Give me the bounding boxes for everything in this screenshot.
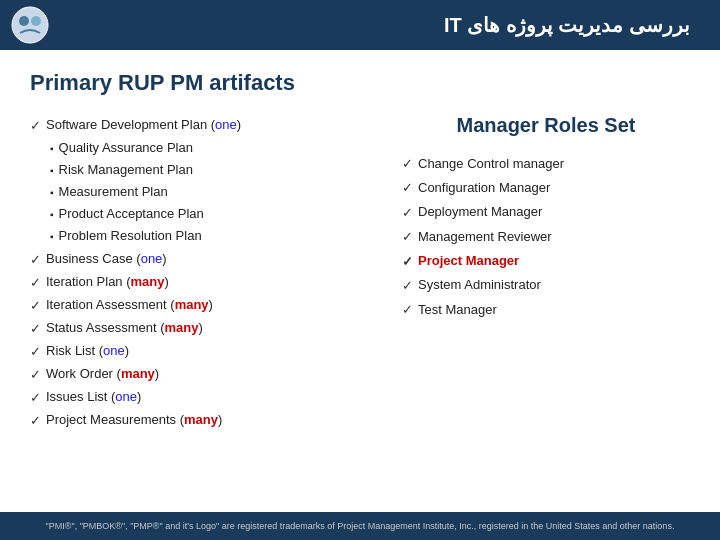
sub-item-text: Product Acceptance Plan: [59, 203, 204, 225]
logo: [10, 5, 50, 45]
check-icon: ✓: [402, 298, 413, 321]
main-content: Primary RUP PM artifacts ✓ Software Deve…: [0, 50, 720, 442]
roles-item: ✓ Management Reviewer: [402, 224, 690, 248]
highlight-many: many: [184, 412, 218, 427]
sub-item-text: Risk Management Plan: [59, 159, 193, 181]
role-text: Management Reviewer: [418, 225, 552, 248]
header-title: بررسی مدیریت پروژه های IT: [444, 13, 690, 37]
check-icon: ✓: [30, 341, 41, 363]
highlight-many: many: [165, 320, 199, 335]
check-icon: ✓: [30, 364, 41, 386]
item-text: Business Case (one): [46, 248, 167, 270]
item-text: Iteration Assessment (many): [46, 294, 213, 316]
header-bar: بررسی مدیریت پروژه های IT: [0, 0, 720, 50]
list-item: ✓ Project Measurements (many): [30, 409, 382, 432]
check-icon: ✓: [30, 249, 41, 271]
manager-roles-title: Manager Roles Set: [402, 114, 690, 137]
item-text: Iteration Plan (many): [46, 271, 169, 293]
sub-checklist: ▪ Quality Assurance Plan ▪ Risk Manageme…: [50, 137, 382, 247]
list-item: ✓ Iteration Plan (many): [30, 271, 382, 294]
list-item: ✓ Work Order (many): [30, 363, 382, 386]
sub-item-text: Quality Assurance Plan: [59, 137, 193, 159]
highlight-one: one: [141, 251, 163, 266]
check-icon: ✓: [402, 152, 413, 175]
item-text: Risk List (one): [46, 340, 129, 362]
item-text: Status Assessment (many): [46, 317, 203, 339]
footer-text: "PMI®", "PMBOK®", "PMP®" and it's Logo" …: [46, 521, 675, 531]
role-text: Deployment Manager: [418, 200, 542, 223]
sub-list-item: ▪ Measurement Plan: [50, 181, 382, 203]
main-checklist: ✓ Software Development Plan (one) ▪ Qual…: [30, 114, 382, 432]
footer-bar: "PMI®", "PMBOK®", "PMP®" and it's Logo" …: [0, 512, 720, 540]
check-icon: ✓: [30, 387, 41, 409]
highlight-one: one: [115, 389, 137, 404]
svg-point-2: [31, 16, 41, 26]
highlight-many: many: [121, 366, 155, 381]
list-item: ✓ Issues List (one): [30, 386, 382, 409]
highlight-many: many: [131, 274, 165, 289]
sub-item-text: Measurement Plan: [59, 181, 168, 203]
right-column: Manager Roles Set ✓ Change Control manag…: [402, 114, 690, 432]
check-icon: ✓: [30, 410, 41, 432]
item-text: Issues List (one): [46, 386, 141, 408]
item-text: Project Measurements (many): [46, 409, 222, 431]
left-column: ✓ Software Development Plan (one) ▪ Qual…: [30, 114, 382, 432]
sub-list-item: ▪ Risk Management Plan: [50, 159, 382, 181]
sub-list-item: ▪ Problem Resolution Plan: [50, 225, 382, 247]
role-text: Test Manager: [418, 298, 497, 321]
item-text: Software Development Plan (one): [46, 114, 241, 136]
list-item: ✓ Business Case (one): [30, 248, 382, 271]
highlight-one: one: [103, 343, 125, 358]
sub-list-item: ▪ Quality Assurance Plan: [50, 137, 382, 159]
highlight-many: many: [175, 297, 209, 312]
check-icon: ✓: [30, 272, 41, 294]
sub-item-text: Problem Resolution Plan: [59, 225, 202, 247]
sub-list-item: ▪ Product Acceptance Plan: [50, 203, 382, 225]
bullet-icon: ▪: [50, 228, 54, 245]
check-icon: ✓: [30, 318, 41, 340]
roles-item: ✓ System Administrator: [402, 273, 690, 297]
roles-item: ✓ Change Control manager: [402, 151, 690, 175]
bullet-icon: ▪: [50, 184, 54, 201]
roles-item: ✓ Deployment Manager: [402, 200, 690, 224]
check-icon: ✓: [402, 274, 413, 297]
svg-point-1: [19, 16, 29, 26]
list-item: ✓ Iteration Assessment (many): [30, 294, 382, 317]
list-item: ✓ Status Assessment (many): [30, 317, 382, 340]
content-grid: ✓ Software Development Plan (one) ▪ Qual…: [30, 114, 690, 432]
page-title: Primary RUP PM artifacts: [30, 70, 690, 96]
roles-item-highlighted: ✓ Project Manager: [402, 249, 690, 273]
role-text: System Administrator: [418, 273, 541, 296]
roles-list: ✓ Change Control manager ✓ Configuration…: [402, 151, 690, 322]
check-icon: ✓: [402, 201, 413, 224]
highlight-one: one: [215, 117, 237, 132]
check-icon: ✓: [30, 295, 41, 317]
bullet-icon: ▪: [50, 162, 54, 179]
check-icon: ✓: [402, 176, 413, 199]
check-icon: ✓: [402, 225, 413, 248]
bullet-icon: ▪: [50, 140, 54, 157]
check-icon: ✓: [402, 250, 413, 273]
bullet-icon: ▪: [50, 206, 54, 223]
svg-point-0: [12, 7, 48, 43]
check-icon: ✓: [30, 115, 41, 137]
list-item: ✓ Software Development Plan (one): [30, 114, 382, 137]
list-item: ✓ Risk List (one): [30, 340, 382, 363]
roles-item: ✓ Configuration Manager: [402, 175, 690, 199]
role-text: Project Manager: [418, 249, 519, 272]
roles-item: ✓ Test Manager: [402, 297, 690, 321]
item-text: Work Order (many): [46, 363, 159, 385]
role-text: Change Control manager: [418, 152, 564, 175]
role-text: Configuration Manager: [418, 176, 550, 199]
